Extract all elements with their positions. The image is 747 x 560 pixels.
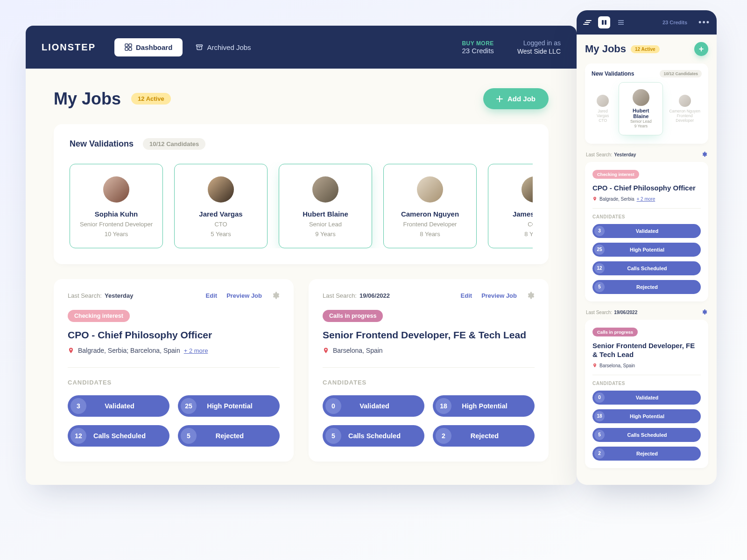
mobile-page-title: My Jobs — [585, 43, 626, 55]
svg-rect-1 — [129, 44, 132, 47]
chip-count: 25 — [181, 398, 197, 414]
brand-text: LIONSTEP — [42, 42, 96, 53]
archive-icon — [196, 43, 203, 51]
candidate-chip-validated[interactable]: 3Validated — [68, 395, 169, 417]
mobile-candidate-card[interactable]: Jared Vargas CTO — [592, 95, 614, 123]
job-card: Last Search: Yesterday Edit Preview Job … — [54, 279, 294, 462]
nav-archived[interactable]: Archived Jobs — [196, 43, 251, 51]
candidates-header: CANDIDATES — [592, 208, 701, 219]
last-search-value: Yesterday — [105, 292, 133, 299]
chip-count: 3 — [70, 398, 86, 414]
candidate-chip-validated[interactable]: 0Validated — [592, 391, 701, 405]
candidate-chip-calls-scheduled[interactable]: 5Calls Scheduled — [592, 428, 701, 442]
candidate-name: Jared Vargas — [180, 210, 261, 218]
candidate-name: Hubert Blaine — [285, 210, 366, 218]
candidate-years: 8 Years — [494, 231, 533, 238]
job-location: Barselona, Spain — [599, 363, 635, 368]
candidate-chip-calls-scheduled[interactable]: 5Calls Scheduled — [323, 425, 424, 447]
candidate-role: Frontend Developer — [389, 221, 471, 228]
gear-icon[interactable] — [701, 309, 707, 316]
candidate-chip-rejected[interactable]: 2Rejected — [433, 425, 535, 447]
plus-icon — [496, 96, 503, 102]
status-badge: Calls in progress — [323, 310, 383, 322]
preview-link[interactable]: Preview Job — [481, 292, 517, 299]
candidate-chip-rejected[interactable]: 2Rejected — [592, 447, 701, 461]
candidates-header: CANDIDATES — [592, 375, 701, 386]
chip-label: Rejected — [605, 284, 701, 290]
edit-link[interactable]: Edit — [206, 292, 218, 299]
candidate-chip-high-potential[interactable]: 18High Potential — [433, 395, 535, 417]
candidate-chip-rejected[interactable]: 5Rejected — [178, 425, 280, 447]
mobile-add-button[interactable]: + — [694, 42, 708, 56]
status-badge: Calls in progress — [592, 328, 638, 336]
active-count-pill: 12 Active — [131, 93, 171, 105]
chip-label: Rejected — [197, 432, 280, 440]
candidate-card[interactable]: Cameron Nguyen Frontend Developer 8 Year… — [383, 164, 477, 248]
mobile-candidate-card[interactable]: Cameron Nguyen Frontend Developer — [668, 95, 702, 123]
chip-label: Calls Scheduled — [605, 432, 701, 438]
gear-icon[interactable] — [701, 151, 707, 158]
view-toggle-list[interactable] — [615, 16, 627, 28]
location-more-link[interactable]: + 2 more — [637, 196, 655, 202]
chip-label: Validated — [341, 402, 424, 410]
mobile-credits[interactable]: 23 Credits — [662, 20, 687, 25]
jobs-grid: Last Search: Yesterday Edit Preview Job … — [54, 279, 549, 462]
add-job-label: Add Job — [507, 95, 536, 103]
credits-block: BUY MORE 23 Credits — [462, 40, 493, 55]
chip-count: 3 — [594, 226, 605, 236]
mobile-validations-title: New Validations — [592, 70, 634, 77]
candidate-chip-high-potential[interactable]: 25High Potential — [178, 395, 280, 417]
chip-count: 5 — [594, 430, 605, 440]
view-toggle-grid[interactable] — [598, 16, 610, 28]
candidate-name: Hubert Blaine — [625, 108, 657, 119]
candidate-card[interactable]: James Jones COO 8 Years — [488, 164, 533, 248]
nav-dashboard[interactable]: Dashboard — [114, 38, 183, 56]
chip-label: Calls Scheduled — [341, 432, 424, 440]
candidate-role: Senior Frontend Developer — [76, 221, 157, 228]
chip-count: 0 — [594, 392, 605, 403]
org-name: West Side LLC — [517, 48, 561, 55]
svg-rect-5 — [602, 20, 604, 25]
chip-label: High Potential — [451, 402, 535, 410]
candidate-chip-validated[interactable]: 0Validated — [323, 395, 424, 417]
svg-rect-2 — [125, 48, 128, 50]
chip-count: 2 — [594, 448, 605, 459]
brand-logo: LIONSTEP — [42, 42, 96, 53]
svg-rect-3 — [129, 48, 132, 50]
mobile-validations-panel: New Validations 10/12 Candidates Jared V… — [585, 63, 708, 144]
mobile-preview: 23 Credits ••• My Jobs 12 Active + New V… — [577, 10, 717, 485]
candidate-card[interactable]: Sophia Kuhn Senior Frontend Developer 10… — [70, 164, 163, 248]
candidate-years: 8 Years — [389, 231, 471, 238]
candidates-header: CANDIDATES — [323, 367, 535, 386]
pin-icon — [592, 196, 597, 201]
candidate-years: 9 Years — [625, 124, 657, 128]
job-card: Last Search: 19/06/2022 Edit Preview Job… — [309, 279, 549, 462]
candidate-chip-calls-scheduled[interactable]: 12Calls Scheduled — [68, 425, 169, 447]
candidate-carousel[interactable]: Sophia Kuhn Senior Frontend Developer 10… — [70, 162, 533, 248]
more-menu-icon[interactable]: ••• — [698, 18, 710, 28]
gear-icon[interactable] — [526, 291, 535, 300]
edit-link[interactable]: Edit — [461, 292, 472, 299]
mobile-active-pill: 12 Active — [631, 45, 660, 53]
last-search-label: Last Search: — [68, 292, 102, 299]
mobile-candidate-card[interactable]: Hubert Blaine Senior Lead 9 Years — [619, 82, 663, 135]
preview-link[interactable]: Preview Job — [226, 292, 262, 299]
location-more-link[interactable]: + 2 more — [184, 347, 208, 354]
candidate-card[interactable]: Hubert Blaine Senior Lead 9 Years — [279, 164, 372, 248]
mobile-header: 23 Credits ••• — [577, 10, 717, 35]
candidate-chip-calls-scheduled[interactable]: 12Calls Scheduled — [592, 261, 701, 275]
buy-more-link[interactable]: BUY MORE — [462, 40, 493, 47]
job-location: Balgrade, Serbia — [599, 196, 634, 202]
add-job-button[interactable]: Add Job — [483, 88, 549, 109]
chip-label: Validated — [605, 228, 701, 234]
candidate-years: 5 Years — [180, 231, 261, 238]
credits-count: 23 Credits — [462, 47, 493, 55]
page-title: My Jobs — [54, 89, 121, 109]
candidate-card[interactable]: Jared Vargas CTO 5 Years — [174, 164, 268, 248]
validations-count-pill: 10/12 Candidates — [143, 138, 205, 150]
candidate-chip-validated[interactable]: 3Validated — [592, 224, 701, 238]
gear-icon[interactable] — [271, 291, 280, 300]
candidate-chip-high-potential[interactable]: 25High Potential — [592, 243, 701, 257]
candidate-chip-high-potential[interactable]: 18High Potential — [592, 409, 701, 423]
candidate-chip-rejected[interactable]: 5Rejected — [592, 280, 701, 294]
